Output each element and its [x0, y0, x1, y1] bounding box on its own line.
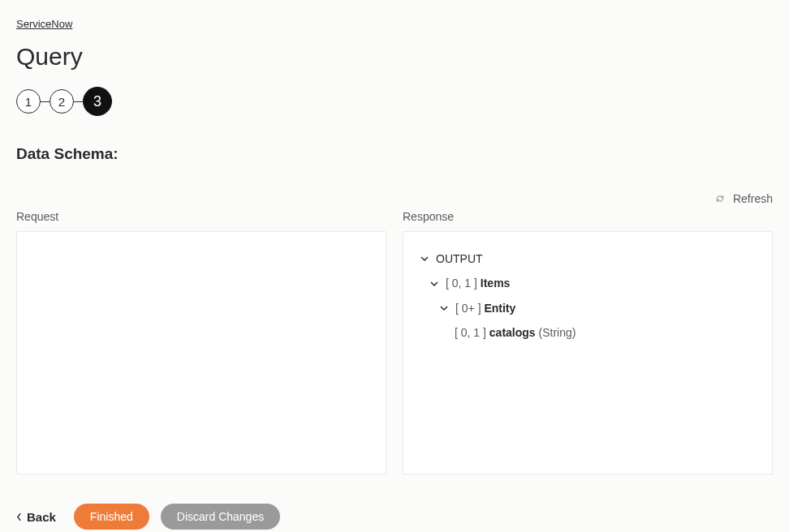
step-1[interactable]: 1 — [16, 89, 41, 114]
request-label: Request — [16, 210, 386, 223]
stepper: 1 2 3 — [16, 87, 773, 116]
refresh-icon — [715, 194, 725, 204]
tree-row-output[interactable]: OUTPUT — [420, 247, 756, 271]
discard-changes-button[interactable]: Discard Changes — [161, 504, 280, 530]
step-3[interactable]: 3 — [83, 87, 112, 116]
step-2[interactable]: 2 — [50, 89, 74, 114]
chevron-down-icon — [420, 254, 429, 264]
response-panel: OUTPUT [ 0, 1 ] Items [ 0+ ] — [403, 231, 773, 474]
tree-entity-label: Entity — [484, 302, 515, 315]
chevron-left-icon — [16, 510, 22, 524]
step-connector — [74, 101, 83, 102]
back-button[interactable]: Back — [16, 510, 63, 524]
tree-catalogs-label: catalogs — [489, 326, 536, 339]
page-title: Query — [16, 43, 773, 71]
tree-row-entity[interactable]: [ 0+ ] Entity — [420, 296, 756, 320]
chevron-down-icon — [439, 303, 449, 313]
breadcrumb-link[interactable]: ServiceNow — [16, 18, 72, 30]
step-connector — [41, 101, 50, 102]
finished-button[interactable]: Finished — [74, 504, 149, 530]
refresh-button[interactable]: Refresh — [715, 192, 773, 205]
tree-entity-cardinality: [ 0+ ] — [455, 302, 481, 315]
back-label: Back — [27, 510, 56, 524]
refresh-label: Refresh — [733, 192, 773, 205]
request-panel — [16, 231, 386, 474]
tree-row-items[interactable]: [ 0, 1 ] Items — [420, 271, 756, 295]
tree-row-catalogs: [ 0, 1 ] catalogs (String) — [420, 320, 756, 345]
tree-catalogs-cardinality: [ 0, 1 ] — [455, 326, 486, 339]
tree-items-cardinality: [ 0, 1 ] — [446, 277, 477, 290]
tree-catalogs-type: (String) — [539, 326, 576, 339]
response-label: Response — [403, 210, 773, 223]
chevron-down-icon — [429, 279, 439, 289]
section-title: Data Schema: — [16, 145, 773, 163]
tree-items-label: Items — [481, 277, 511, 290]
tree-output-label: OUTPUT — [436, 250, 483, 268]
